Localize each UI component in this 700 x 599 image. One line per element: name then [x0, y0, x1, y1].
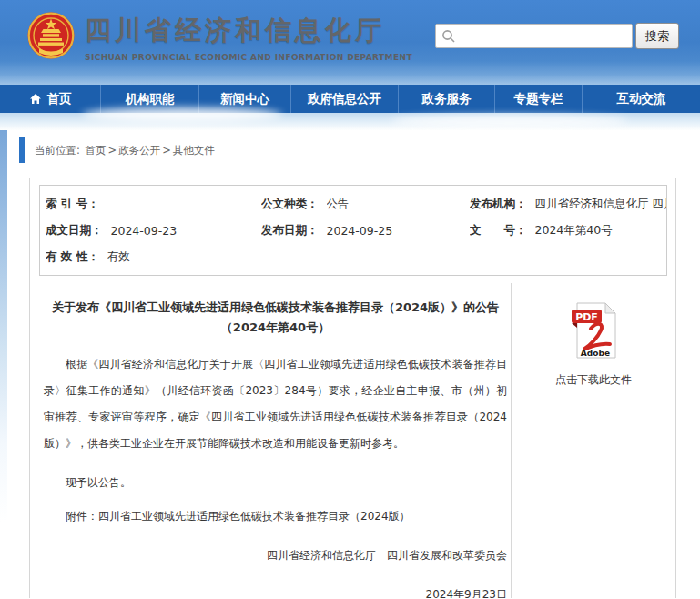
meta-document-number: 文 号： 2024年第40号 — [470, 218, 666, 244]
signature-line: 四川省经济和信息化厅 四川省发展和改革委员会 — [44, 543, 507, 569]
left-gradient-strip — [0, 130, 7, 522]
meta-label: 索 引 号： — [46, 197, 99, 212]
site-name: 四川省经济和信息化厅 — [85, 13, 412, 49]
meta-label: 发布机构： — [470, 197, 527, 212]
cloud-decoration — [391, 115, 628, 127]
nav-label: 政务服务 — [422, 91, 472, 107]
meta-document-type: 公文种类： 公告 — [261, 191, 470, 218]
article-paragraph: 现予以公告。 — [44, 470, 507, 496]
nav-item-gov-services[interactable]: 政务服务 — [399, 85, 495, 113]
meta-publish-date: 发布日期： 2024-09-25 — [261, 218, 470, 244]
pdf-badge-text: PDF — [575, 311, 598, 323]
meta-index-number: 索 引 号： — [46, 191, 261, 218]
header-banner: 四川省经济和信息化厅 SICHUAN PROVINCIAL ECONOMIC A… — [0, 0, 700, 85]
download-sidebar: PDF Adobe 点击下载此文件 — [511, 283, 675, 598]
nav-label: 政府信息公开 — [308, 91, 381, 107]
meta-issuing-agency: 发布机构： 四川省经济和信息化厅 四川... — [470, 191, 666, 218]
nav-item-special-topics[interactable]: 专题专栏 — [495, 85, 583, 113]
search-box[interactable] — [435, 24, 633, 48]
article-body: 关于发布《四川省工业领域先进适用绿色低碳技术装备推荐目录（2024版）》的公告（… — [30, 283, 511, 598]
meta-label: 成文日期： — [46, 223, 103, 239]
search-input[interactable] — [461, 26, 632, 46]
nav-label: 机构职能 — [126, 91, 175, 107]
nav-label: 互动交流 — [617, 91, 666, 107]
adobe-label-text: Adobe — [581, 349, 610, 358]
clouds-strip — [0, 113, 700, 130]
breadcrumb-item-other-documents[interactable]: 其他文件 — [173, 144, 215, 157]
nav-label: 专题专栏 — [514, 91, 563, 107]
magnifier-icon — [441, 29, 456, 44]
meta-value: 2024-09-25 — [327, 224, 393, 238]
meta-label: 文 号： — [470, 223, 527, 239]
meta-label: 公文种类： — [261, 197, 319, 212]
breadcrumb-item-home[interactable]: 首页 — [86, 144, 107, 157]
search-button[interactable]: 搜索 — [635, 23, 679, 49]
article-paragraph: 根据《四川省经济和信息化厅关于开展〈四川省工业领域先进适用绿色低碳技术装备推荐目… — [44, 351, 507, 457]
document-date: 2024年9月23日 — [44, 582, 507, 598]
meta-value: 2024年第40号 — [535, 223, 613, 239]
breadcrumb-item-gov-disclosure[interactable]: 政务公开 — [118, 144, 160, 157]
nav-label: 新闻中心 — [220, 91, 269, 107]
meta-label: 发布日期： — [261, 223, 319, 239]
meta-label: 有 效 性： — [46, 249, 99, 265]
nav-item-interaction[interactable]: 互动交流 — [583, 85, 700, 113]
meta-value: 有效 — [107, 249, 130, 265]
meta-written-date: 成文日期： 2024-09-23 — [46, 218, 261, 244]
national-emblem-logo — [26, 11, 76, 60]
meta-value: 四川省经济和信息化厅 四川... — [535, 197, 667, 212]
meta-validity: 有 效 性： 有效 — [46, 244, 261, 270]
attachment-line[interactable]: 附件：四川省工业领域先进适用绿色低碳技术装备推荐目录（2024版） — [44, 503, 507, 530]
meta-value: 2024-09-23 — [111, 224, 178, 238]
meta-value: 公告 — [327, 197, 350, 212]
content-area: 当前位置: 首页 > 政务公开 > 其他文件 索 引 号： 公文种类： 公告 — [0, 130, 700, 599]
site-title-block: 四川省经济和信息化厅 SICHUAN PROVINCIAL ECONOMIC A… — [85, 13, 412, 62]
site-name-english: SICHUAN PROVINCIAL ECONOMIC AND INFORMAT… — [85, 53, 412, 62]
nav-item-home[interactable]: 首页 — [0, 85, 101, 113]
document-metadata-table: 索 引 号： 公文种类： 公告 发布机构： 四川省经济和信息化厅 四川... 成… — [39, 185, 667, 276]
pdf-file-icon[interactable]: PDF Adobe — [569, 301, 618, 360]
download-file-label[interactable]: 点击下载此文件 — [512, 372, 675, 388]
breadcrumb-prefix: 当前位置: — [35, 144, 84, 157]
document-container: 索 引 号： 公文种类： 公告 发布机构： 四川省经济和信息化厅 四川... 成… — [29, 178, 676, 598]
breadcrumb: 当前位置: 首页 > 政务公开 > 其他文件 — [19, 137, 215, 163]
breadcrumb-separator: > — [108, 144, 117, 157]
pdf-download-link[interactable]: PDF Adobe — [569, 301, 618, 363]
cloud-decoration — [82, 107, 282, 122]
article-title: 关于发布《四川省工业领域先进适用绿色低碳技术装备推荐目录（2024版）》的公告（… — [46, 298, 505, 338]
breadcrumb-separator: > — [162, 144, 171, 157]
breadcrumb-accent-bar — [19, 137, 25, 163]
home-icon — [29, 93, 42, 105]
nav-item-gov-info-disclosure[interactable]: 政府信息公开 — [291, 85, 399, 113]
nav-label: 首页 — [47, 91, 72, 107]
main-navigation: 首页 机构职能 新闻中心 政府信息公开 政务服务 专题专栏 互动交流 — [0, 85, 700, 113]
page-root: 四川省经济和信息化厅 SICHUAN PROVINCIAL ECONOMIC A… — [0, 0, 700, 599]
